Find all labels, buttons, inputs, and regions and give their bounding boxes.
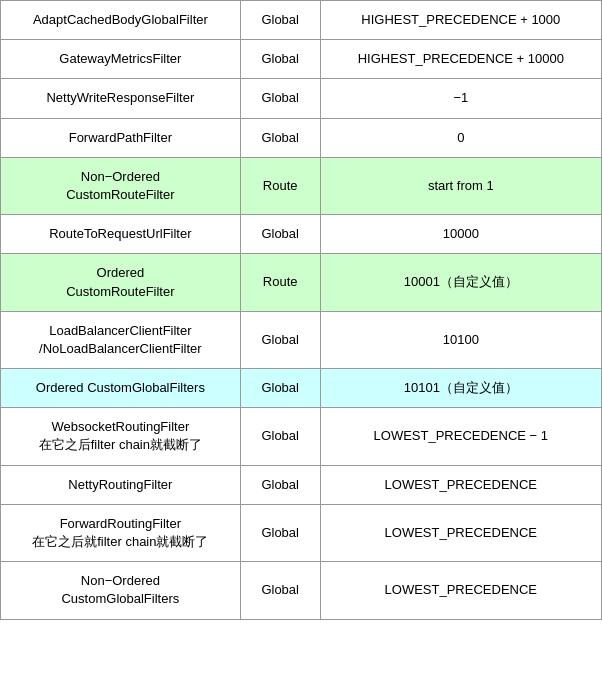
- filter-scope: Route: [240, 254, 320, 311]
- filter-name: NettyWriteResponseFilter: [1, 79, 241, 118]
- filter-scope: Global: [240, 79, 320, 118]
- table-row: ForwardPathFilterGlobal0: [1, 118, 602, 157]
- filter-order: HIGHEST_PRECEDENCE + 1000: [320, 1, 601, 40]
- filter-name: AdaptCachedBodyGlobalFilter: [1, 1, 241, 40]
- filter-order: LOWEST_PRECEDENCE − 1: [320, 408, 601, 465]
- filter-name: OrderedCustomRouteFilter: [1, 254, 241, 311]
- filter-scope: Global: [240, 311, 320, 368]
- table-row: Non−OrderedCustomGlobalFiltersGlobalLOWE…: [1, 562, 602, 619]
- table-row: NettyWriteResponseFilterGlobal−1: [1, 79, 602, 118]
- filter-order: 0: [320, 118, 601, 157]
- filter-order: 10001（自定义值）: [320, 254, 601, 311]
- table-row: Ordered CustomGlobalFiltersGlobal10101（自…: [1, 369, 602, 408]
- filter-order: start from 1: [320, 157, 601, 214]
- filter-scope: Global: [240, 504, 320, 561]
- filter-scope: Global: [240, 465, 320, 504]
- filter-order: HIGHEST_PRECEDENCE + 10000: [320, 40, 601, 79]
- filter-scope: Global: [240, 215, 320, 254]
- filter-scope: Route: [240, 157, 320, 214]
- filter-order: LOWEST_PRECEDENCE: [320, 504, 601, 561]
- table-row: ForwardRoutingFilter在它之后就filter chain就截断…: [1, 504, 602, 561]
- filter-scope: Global: [240, 1, 320, 40]
- filter-name: NettyRoutingFilter: [1, 465, 241, 504]
- table-row: WebsocketRoutingFilter在它之后filter chain就截…: [1, 408, 602, 465]
- filter-name: Non−OrderedCustomGlobalFilters: [1, 562, 241, 619]
- table-row: AdaptCachedBodyGlobalFilterGlobalHIGHEST…: [1, 1, 602, 40]
- table-row: NettyRoutingFilterGlobalLOWEST_PRECEDENC…: [1, 465, 602, 504]
- filter-order: LOWEST_PRECEDENCE: [320, 562, 601, 619]
- filter-name: Non−OrderedCustomRouteFilter: [1, 157, 241, 214]
- filter-name: WebsocketRoutingFilter在它之后filter chain就截…: [1, 408, 241, 465]
- filter-scope: Global: [240, 118, 320, 157]
- filter-order: LOWEST_PRECEDENCE: [320, 465, 601, 504]
- filter-scope: Global: [240, 562, 320, 619]
- filter-name: RouteToRequestUrlFilter: [1, 215, 241, 254]
- filter-scope: Global: [240, 40, 320, 79]
- filter-name: ForwardRoutingFilter在它之后就filter chain就截断…: [1, 504, 241, 561]
- table-row: OrderedCustomRouteFilterRoute10001（自定义值）: [1, 254, 602, 311]
- filter-scope: Global: [240, 369, 320, 408]
- table-row: LoadBalancerClientFilter/NoLoadBalancerC…: [1, 311, 602, 368]
- filter-name: Ordered CustomGlobalFilters: [1, 369, 241, 408]
- filter-name: GatewayMetricsFilter: [1, 40, 241, 79]
- filter-order: 10101（自定义值）: [320, 369, 601, 408]
- filter-order: 10100: [320, 311, 601, 368]
- filter-order: 10000: [320, 215, 601, 254]
- filter-name: ForwardPathFilter: [1, 118, 241, 157]
- table-row: Non−OrderedCustomRouteFilterRoutestart f…: [1, 157, 602, 214]
- table-row: GatewayMetricsFilterGlobalHIGHEST_PRECED…: [1, 40, 602, 79]
- filter-name: LoadBalancerClientFilter/NoLoadBalancerC…: [1, 311, 241, 368]
- filter-order: −1: [320, 79, 601, 118]
- table-row: RouteToRequestUrlFilterGlobal10000: [1, 215, 602, 254]
- filter-table: AdaptCachedBodyGlobalFilterGlobalHIGHEST…: [0, 0, 602, 620]
- filter-scope: Global: [240, 408, 320, 465]
